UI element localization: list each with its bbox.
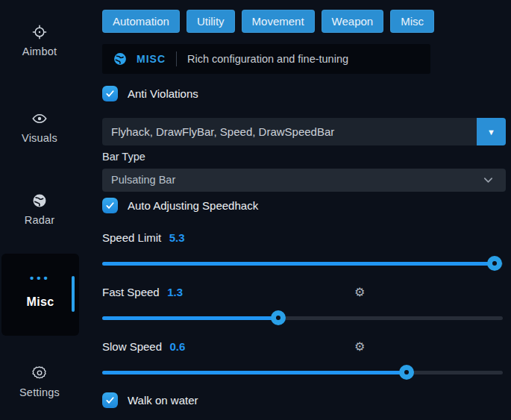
slider-fill [102, 371, 407, 374]
slider-handle[interactable] [271, 310, 286, 325]
check-icon [105, 201, 115, 210]
bar-flags-combobox[interactable]: Flyhack, DrawFlyBar, Speed, DrawSpeedBar… [102, 118, 506, 145]
main-panel: Automation Utility Movement Weapon Misc … [102, 0, 511, 420]
slider-value: 1.3 [167, 286, 183, 298]
checkbox-label: Walk on water [128, 394, 198, 407]
tab-utility[interactable]: Utility [186, 10, 235, 33]
anti-violations-row: Anti Violations [102, 86, 511, 101]
sidebar-item-label: Misc [1, 295, 79, 309]
banner-divider [176, 51, 177, 66]
fast-speed-slider[interactable] [102, 310, 503, 325]
sidebar-item-label: Aimbot [22, 46, 57, 57]
walk-on-water-checkbox[interactable] [102, 392, 118, 408]
bar-type-select[interactable]: Pulsating Bar [102, 169, 506, 192]
slow-speed-group: Slow Speed 0.6 ⚙ [102, 340, 511, 380]
slider-handle[interactable] [487, 256, 502, 271]
eye-icon [31, 110, 48, 127]
slider-label: Speed Limit [102, 231, 161, 244]
gear-icon[interactable]: ⚙ [354, 341, 365, 353]
fast-speed-group: Fast Speed 1.3 ⚙ [102, 286, 511, 325]
crosshair-icon [31, 24, 48, 40]
sidebar-item-label: Radar [25, 214, 55, 226]
speed-limit-slider[interactable] [102, 256, 503, 271]
gear-icon [31, 365, 48, 381]
sidebar-item-label: Settings [19, 386, 60, 398]
chevron-down-icon [483, 175, 494, 186]
checkbox-label: Anti Violations [128, 87, 198, 100]
ellipsis-icon: ••• [1, 272, 79, 284]
slider-fill [102, 316, 278, 320]
section-title: MISC [137, 53, 166, 65]
slider-label: Slow Speed [102, 340, 162, 353]
combobox-value: Flyhack, DrawFlyBar, Speed, DrawSpeedBar [102, 118, 506, 145]
category-tabs: Automation Utility Movement Weapon Misc [102, 10, 511, 33]
auto-adjusting-speedhack-checkbox[interactable] [102, 198, 118, 213]
dropdown-arrow-icon[interactable]: ▼ [477, 118, 506, 145]
check-icon [105, 89, 115, 98]
slider-value: 5.3 [169, 231, 185, 244]
slider-fill [102, 262, 495, 266]
slider-label: Fast Speed [102, 286, 160, 298]
globe-icon [31, 192, 48, 209]
tab-automation[interactable]: Automation [102, 10, 180, 33]
speed-limit-group: Speed Limit 5.3 [102, 231, 511, 271]
walk-on-water-row: Walk on water [102, 392, 511, 408]
slider-value: 0.6 [170, 340, 186, 353]
sidebar-item-settings[interactable]: Settings [0, 365, 79, 399]
sidebar-item-visuals[interactable]: Visuals [0, 110, 79, 145]
anti-violations-checkbox[interactable] [102, 86, 118, 101]
tab-weapon[interactable]: Weapon [322, 10, 384, 33]
auto-adjusting-speedhack-row: Auto Adjusting Speedhack [102, 198, 511, 213]
checkbox-label: Auto Adjusting Speedhack [128, 199, 258, 212]
select-value: Pulsating Bar [102, 169, 506, 192]
tab-movement[interactable]: Movement [242, 10, 315, 33]
tab-misc[interactable]: Misc [390, 10, 434, 33]
active-indicator-bar [72, 276, 75, 312]
gear-icon[interactable]: ⚙ [354, 286, 365, 298]
sidebar-item-misc[interactable]: ••• Misc [1, 254, 79, 336]
globe-icon [113, 51, 128, 66]
section-banner: MISC Rich configuration and fine-tuning [102, 44, 430, 74]
sidebar: Aimbot Visuals Radar ••• Misc Settings [0, 0, 82, 420]
sidebar-item-aimbot[interactable]: Aimbot [0, 24, 79, 58]
slow-speed-slider[interactable] [102, 365, 503, 380]
slider-handle[interactable] [399, 365, 414, 380]
sidebar-item-radar[interactable]: Radar [0, 192, 79, 227]
bar-type-label: Bar Type [102, 151, 511, 163]
section-subtitle: Rich configuration and fine-tuning [187, 53, 348, 65]
sidebar-item-label: Visuals [22, 132, 57, 144]
check-icon [105, 395, 115, 405]
